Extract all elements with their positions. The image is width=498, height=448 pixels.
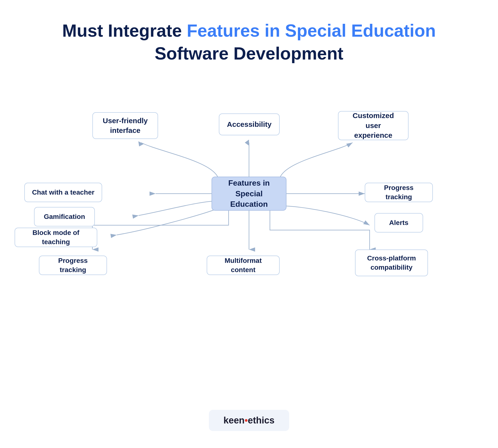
title-line2: Software Development	[62, 42, 436, 65]
title-section: Must Integrate Features in Special Educa…	[62, 19, 436, 65]
page-wrapper: Must Integrate Features in Special Educa…	[0, 0, 498, 448]
brand-dot: •	[245, 415, 248, 425]
node-block-mode: Block mode of teaching	[15, 228, 97, 247]
node-user-friendly: User-friendlyinterface	[92, 112, 158, 139]
title-line1: Must Integrate Features in Special Educa…	[62, 19, 436, 42]
node-progress-tracking-left: Progress tracking	[39, 256, 107, 275]
node-cross-platform: Cross-platformcompatibility	[355, 250, 428, 276]
footer-logo: keen•ethics	[209, 410, 289, 431]
node-gamification: Gamification	[34, 207, 95, 226]
title-highlight: Features in Special Education	[187, 21, 436, 40]
node-alerts: Alerts	[375, 213, 423, 233]
brand-suffix: ethics	[248, 415, 275, 425]
node-center: Features in SpecialEducation	[212, 177, 286, 211]
node-multiformat: Multiformat content	[207, 256, 280, 275]
node-progress-tracking-right: Progress tracking	[365, 183, 433, 202]
diagram-area: Features in SpecialEducation Accessibili…	[0, 75, 498, 448]
node-customized-ux: Customized userexperience	[338, 111, 409, 140]
title-prefix: Must Integrate	[62, 21, 187, 40]
node-accessibility: Accessibility	[219, 113, 280, 135]
node-chat-teacher: Chat with a teacher	[24, 183, 102, 202]
brand-prefix: keen	[223, 415, 245, 425]
